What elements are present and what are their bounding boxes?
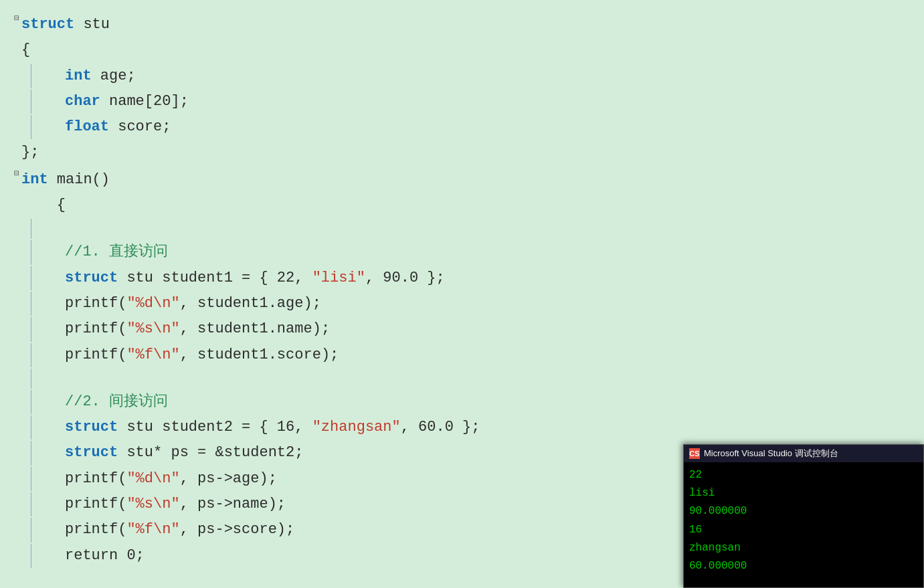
indent-line bbox=[31, 518, 31, 542]
code-token-group: struct stu student2 = { 16, "zhangsan", … bbox=[65, 415, 480, 439]
indent-line bbox=[31, 317, 31, 341]
code-token: { bbox=[21, 197, 66, 213]
code-token: "lisi" bbox=[312, 270, 365, 286]
code-token: }; bbox=[21, 144, 39, 161]
code-token: "%s\n" bbox=[126, 320, 179, 337]
code-token-group: printf("%d\n", student1.age); bbox=[65, 292, 321, 316]
code-token: stu student1 = { 22, bbox=[118, 270, 312, 286]
code-token: , ps->score); bbox=[180, 521, 295, 538]
code-token-group: { bbox=[21, 38, 30, 62]
code-token-group: int main() bbox=[21, 168, 110, 192]
code-token-group: { bbox=[21, 193, 66, 217]
code-token: score; bbox=[109, 118, 171, 135]
code-token: name[20]; bbox=[100, 93, 189, 110]
code-token: , student1.age); bbox=[180, 295, 321, 312]
code-token: char bbox=[65, 93, 100, 110]
code-token-group: //1. 直接访问 bbox=[65, 240, 168, 264]
code-line: { bbox=[12, 37, 924, 63]
code-token: int bbox=[21, 171, 48, 188]
code-token: printf( bbox=[65, 295, 126, 312]
indent-line bbox=[31, 390, 31, 414]
code-line: struct stu student2 = { 16, "zhangsan", … bbox=[12, 415, 924, 440]
code-token: "%s\n" bbox=[126, 496, 179, 512]
code-token: { bbox=[21, 41, 30, 58]
code-token: printf( bbox=[65, 347, 126, 363]
code-token: //1. 直接访问 bbox=[65, 243, 168, 260]
console-output: 22lisi90.00000016zhangsan60.000000 bbox=[684, 462, 923, 579]
indent-line bbox=[31, 90, 31, 114]
code-token: "%f\n" bbox=[126, 347, 179, 363]
code-token: printf( bbox=[65, 521, 126, 538]
code-token: printf( bbox=[65, 320, 126, 337]
code-line: float score; bbox=[12, 114, 924, 140]
code-token: struct bbox=[65, 419, 118, 435]
code-token-group: printf("%f\n", ps->score); bbox=[65, 518, 294, 542]
code-token: return 0; bbox=[65, 547, 145, 564]
code-token: "%d\n" bbox=[126, 295, 179, 312]
code-token: printf( bbox=[65, 496, 126, 512]
code-token-group: printf("%d\n", ps->age); bbox=[65, 467, 277, 491]
code-line: { bbox=[12, 193, 924, 218]
console-line: 16 bbox=[689, 521, 918, 539]
code-token: stu* ps = &student2; bbox=[118, 444, 303, 461]
code-token: printf( bbox=[65, 470, 126, 487]
code-line: struct stu student1 = { 22, "lisi", 90.0… bbox=[12, 266, 924, 291]
code-token: struct bbox=[65, 444, 118, 461]
console-line: 22 bbox=[689, 466, 918, 484]
code-token-group: char name[20]; bbox=[65, 90, 189, 114]
indent-line bbox=[31, 544, 31, 568]
code-token: age; bbox=[92, 68, 136, 84]
code-line: //1. 直接访问 bbox=[12, 239, 924, 265]
indent-line bbox=[31, 492, 31, 516]
console-window: CS Microsoft Visual Studio 调试控制台 22lisi9… bbox=[683, 444, 924, 588]
indent-line bbox=[31, 115, 31, 139]
code-token: //2. 间接访问 bbox=[65, 393, 168, 410]
fold-button[interactable]: ⊟ bbox=[12, 168, 21, 179]
code-token: stu bbox=[83, 16, 110, 33]
code-token-group: int age; bbox=[65, 64, 136, 88]
code-token: , student1.score); bbox=[180, 347, 339, 363]
indent-line bbox=[31, 369, 31, 389]
code-token-group: printf("%s\n", ps->name); bbox=[65, 492, 286, 516]
code-token-group: printf("%f\n", student1.score); bbox=[65, 343, 339, 367]
code-token-group: printf("%s\n", student1.name); bbox=[65, 317, 330, 341]
code-line bbox=[12, 218, 924, 239]
code-line: //2. 间接访问 bbox=[12, 389, 924, 415]
code-line: printf("%s\n", student1.name); bbox=[12, 316, 924, 342]
fold-button[interactable]: ⊟ bbox=[12, 13, 21, 23]
code-line: ⊟int main() bbox=[12, 167, 924, 193]
code-token: , ps->age); bbox=[180, 470, 277, 487]
console-line: 90.000000 bbox=[689, 502, 918, 520]
code-token: "%d\n" bbox=[126, 470, 179, 487]
console-icon: CS bbox=[689, 448, 700, 459]
code-token: , ps->name); bbox=[180, 496, 286, 512]
code-line bbox=[12, 368, 924, 389]
code-line: int age; bbox=[12, 64, 924, 89]
code-token: , student1.name); bbox=[180, 320, 330, 337]
code-token: , 90.0 }; bbox=[365, 270, 445, 286]
code-line: char name[20]; bbox=[12, 89, 924, 114]
indent-line bbox=[31, 415, 31, 439]
console-line: lisi bbox=[689, 484, 918, 502]
code-line: printf("%f\n", student1.score); bbox=[12, 342, 924, 368]
indent-line bbox=[31, 292, 31, 316]
code-token-group: return 0; bbox=[65, 544, 145, 568]
code-token: int bbox=[65, 68, 92, 84]
code-token: "zhangsan" bbox=[312, 419, 401, 435]
code-token-group: struct stu bbox=[21, 13, 110, 37]
code-token: "%f\n" bbox=[126, 521, 179, 538]
console-title: Microsoft Visual Studio 调试控制台 bbox=[704, 448, 838, 460]
code-token: struct bbox=[21, 16, 83, 33]
code-token: stu student2 = { 16, bbox=[118, 419, 312, 435]
code-token-group: struct stu* ps = &student2; bbox=[65, 441, 303, 465]
indent-line bbox=[31, 64, 31, 88]
indent-line bbox=[31, 343, 31, 367]
indent-line bbox=[31, 441, 31, 465]
code-line: ⊟struct stu bbox=[12, 12, 924, 37]
code-token: , 60.0 }; bbox=[401, 419, 480, 435]
code-token-group: struct stu student1 = { 22, "lisi", 90.0… bbox=[65, 266, 445, 290]
code-editor: ⊟struct stu{int age;char name[20];float … bbox=[0, 0, 924, 588]
indent-line bbox=[31, 266, 31, 290]
code-token: main() bbox=[48, 171, 110, 188]
indent-line bbox=[31, 219, 31, 239]
